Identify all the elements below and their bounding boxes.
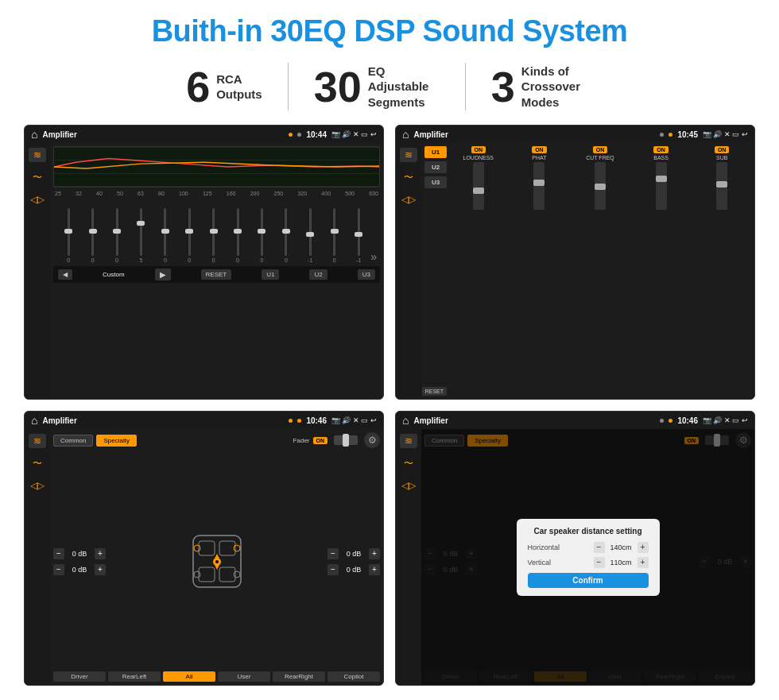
sidebar-wave-icon-4[interactable]: 〜 <box>400 456 417 470</box>
eq-track-8[interactable] <box>237 208 239 256</box>
sidebar-eq-icon-3[interactable]: ≋ <box>29 434 46 448</box>
eq-track-6[interactable] <box>188 208 191 256</box>
screen3-content: ≋ 〜 ◁▷ Common Specialty Fader ON ⚙ <box>25 429 383 685</box>
distance-dialog: Car speaker distance setting Horizontal … <box>517 519 660 596</box>
eq-slider-2: 0 <box>80 208 104 263</box>
stat-rca-number: 6 <box>186 65 210 108</box>
btn-all[interactable]: All <box>163 671 215 682</box>
vertical-plus[interactable]: + <box>638 557 649 568</box>
preset-u2[interactable]: U2 <box>424 161 447 173</box>
phat-on[interactable]: ON <box>532 146 547 153</box>
screen-dialog: ⌂ Amplifier 10:46 📷 🔊 ✕ ▭ ↩ ≋ 〜 ◁▷ Commo… <box>395 411 755 686</box>
vol-plus-fl[interactable]: + <box>95 548 106 559</box>
eq-u1-btn[interactable]: U1 <box>262 269 279 280</box>
fader-on-badge: ON <box>313 437 328 444</box>
eq-prev-btn[interactable]: ◀ <box>58 269 72 280</box>
tab-common-3[interactable]: Common <box>53 435 93 447</box>
btn-copilot[interactable]: Copilot <box>327 671 380 682</box>
sidebar-2: ≋ 〜 ◁▷ <box>396 143 421 399</box>
btn-driver[interactable]: Driver <box>53 671 106 682</box>
loudness-slider[interactable] <box>473 162 484 210</box>
sub-on[interactable]: ON <box>715 146 730 153</box>
cutfreq-slider[interactable] <box>595 162 606 210</box>
status-title-4: Amplifier <box>413 416 655 425</box>
vol-minus-fl[interactable]: − <box>53 548 64 559</box>
btn-user[interactable]: User <box>218 671 270 682</box>
eq-slider-5: 0 <box>153 208 177 263</box>
eq-track-4[interactable] <box>140 208 142 256</box>
eq-slider-12: 0 <box>322 208 346 263</box>
vol-row-fr: − 0 dB + <box>327 548 380 559</box>
channel-loudness: ON LOUDNESS <box>449 146 508 396</box>
eq-track-11[interactable] <box>309 208 312 256</box>
screen4-content: ≋ 〜 ◁▷ Common Specialty ON ⚙ <box>396 429 754 685</box>
eq-track-5[interactable] <box>164 208 166 256</box>
btn-rearleft[interactable]: RearLeft <box>108 671 161 682</box>
eq-graph <box>53 146 380 188</box>
amp2-reset-btn[interactable]: RESET <box>422 387 447 396</box>
screens-grid: ⌂ Amplifier 10:44 📷 🔊 ✕ ▭ ↩ ≋ 〜 ◁▷ <box>24 125 755 686</box>
dialog-horizontal-row: Horizontal − 140cm + <box>528 542 649 553</box>
status-icons-3: 📷 🔊 ✕ ▭ ↩ <box>331 416 377 424</box>
fader-main-area: Common Specialty Fader ON ⚙ <box>50 429 383 685</box>
sidebar-vol-icon-4[interactable]: ◁▷ <box>400 478 417 493</box>
preset-u3[interactable]: U3 <box>424 176 447 188</box>
sidebar-vol-icon-3[interactable]: ◁▷ <box>29 478 46 493</box>
stat-rca-label: RCAOutputs <box>216 72 262 102</box>
vol-plus-rl[interactable]: + <box>95 564 106 575</box>
status-time-2: 10:45 <box>677 130 698 139</box>
vol-minus-rr[interactable]: − <box>327 564 339 575</box>
cutfreq-on[interactable]: ON <box>593 146 608 153</box>
eq-grid-line <box>54 147 379 148</box>
vol-value-fr: 0 dB <box>342 550 366 558</box>
sub-slider[interactable] <box>716 162 727 210</box>
sidebar-wave-icon-3[interactable]: 〜 <box>29 456 46 470</box>
eq-track-3[interactable] <box>116 208 118 256</box>
sidebar-3: ≋ 〜 ◁▷ <box>25 429 50 685</box>
vol-value-rr: 0 dB <box>342 566 366 574</box>
eq-reset-btn[interactable]: RESET <box>201 269 232 280</box>
vol-minus-fr[interactable]: − <box>327 548 339 559</box>
sidebar-wave-icon-2[interactable]: 〜 <box>400 170 417 184</box>
dialog-main-area: Common Specialty ON ⚙ − 0 dB <box>421 429 754 685</box>
confirm-button[interactable]: Confirm <box>528 573 649 588</box>
eq-track-7[interactable] <box>212 208 215 256</box>
eq-play-btn[interactable]: ▶ <box>155 269 171 280</box>
freq-40: 40 <box>96 191 103 196</box>
status-time-1: 10:44 <box>306 130 327 139</box>
sidebar-vol-icon[interactable]: ◁▷ <box>29 192 46 207</box>
sidebar-eq-icon-4[interactable]: ≋ <box>400 434 417 448</box>
tab-specialty-3[interactable]: Specialty <box>96 435 136 447</box>
eq-track-10[interactable] <box>285 208 287 256</box>
vol-minus-rl[interactable]: − <box>53 564 64 575</box>
bass-slider[interactable] <box>656 162 667 210</box>
loudness-on[interactable]: ON <box>471 146 486 153</box>
phat-slider[interactable] <box>533 162 545 210</box>
preset-u1[interactable]: U1 <box>424 146 447 158</box>
btn-rearright[interactable]: RearRight <box>273 671 325 682</box>
horizontal-plus[interactable]: + <box>638 542 649 553</box>
eq-track-1[interactable] <box>68 208 70 256</box>
eq-track-12[interactable] <box>333 208 335 256</box>
sidebar-wave-icon[interactable]: 〜 <box>29 170 46 184</box>
horizontal-minus[interactable]: − <box>594 542 605 553</box>
sidebar-eq-icon[interactable]: ≋ <box>29 148 46 162</box>
eq-u3-btn[interactable]: U3 <box>358 269 375 280</box>
eq-track-9[interactable] <box>261 208 263 256</box>
dialog-vertical-row: Vertical − 110cm + <box>528 557 649 568</box>
sidebar-eq-icon-2[interactable]: ≋ <box>400 148 417 162</box>
settings-icon-3[interactable]: ⚙ <box>364 432 380 448</box>
eq-u2-btn[interactable]: U2 <box>309 269 327 280</box>
vertical-minus[interactable]: − <box>594 557 605 568</box>
sidebar-vol-icon-2[interactable]: ◁▷ <box>400 192 417 207</box>
bass-on[interactable]: ON <box>653 146 669 153</box>
vol-plus-fr[interactable]: + <box>369 548 380 559</box>
freq-400: 400 <box>321 191 331 196</box>
channel-sub: ON SUB <box>692 146 751 396</box>
eq-track-13[interactable] <box>358 208 360 256</box>
eq-slider-7: 0 <box>201 208 225 263</box>
eq-track-2[interactable] <box>91 208 94 256</box>
vol-plus-rr[interactable]: + <box>369 564 380 575</box>
eq-arrows[interactable]: » <box>370 250 377 263</box>
fader-slider[interactable] <box>334 435 358 445</box>
